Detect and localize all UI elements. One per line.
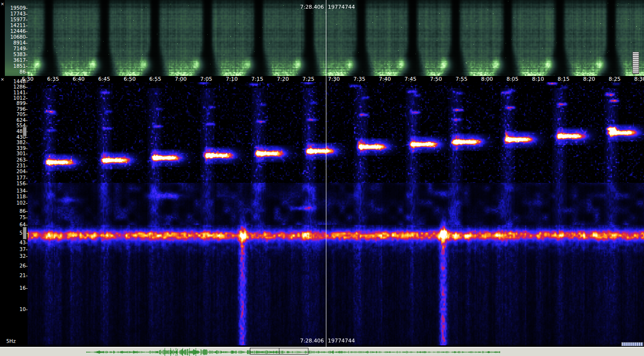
freq-label-top: 19509: [5, 5, 26, 11]
freq-label-top: 12446: [5, 29, 26, 34]
freq-tick: [26, 310, 28, 310]
freq-tick: [26, 211, 28, 212]
freq-tick: [26, 43, 28, 44]
freq-label-top: 14211: [5, 23, 26, 28]
freq-label-main: 339: [5, 146, 26, 151]
frequency-scale-main[interactable]: 5Hz 144812861141101289979670562455448943…: [5, 82, 28, 347]
freq-tick: [26, 37, 28, 38]
freq-tick: [26, 87, 28, 88]
overview-strip[interactable]: [0, 347, 644, 356]
freq-tick: [26, 126, 28, 126]
freq-unit-label: 5Hz: [6, 339, 15, 344]
freq-label-top: 3617: [5, 58, 26, 63]
playback-cursor-line: [326, 0, 326, 347]
freq-label-main: 10: [5, 307, 26, 312]
freq-label-main: 1012: [5, 95, 26, 101]
freq-label-main: 204: [5, 169, 26, 174]
freq-tick: [26, 256, 28, 257]
freq-tick: [26, 266, 28, 267]
freq-tick: [26, 60, 28, 61]
time-ruler[interactable]: 6:306:356:406:456:506:557:007:057:107:15…: [5, 76, 644, 82]
freq-tick: [26, 160, 28, 161]
freq-label-main: 26: [5, 263, 26, 268]
freq-label-main: 231: [5, 163, 26, 168]
freq-tick: [26, 276, 28, 276]
pane-main-spectrogram: 5Hz 144812861141101289979670562455448943…: [5, 82, 644, 347]
close-pane-top-button[interactable]: ×: [0, 1, 5, 6]
horizontal-zoom-thumbwheel[interactable]: [621, 342, 644, 346]
spectrogram-canvas-main[interactable]: [28, 82, 644, 347]
freq-tick: [26, 49, 28, 49]
freq-tick: [26, 26, 28, 26]
freq-tick: [26, 250, 28, 250]
freq-label-main: 382: [5, 140, 26, 145]
freq-tick: [26, 148, 28, 149]
freq-label-main: 16: [5, 285, 26, 291]
freq-label-top: 1851: [5, 63, 26, 69]
freq-label-top: 5383: [5, 52, 26, 57]
spectrogram-canvas-top[interactable]: [28, 0, 644, 76]
freq-label-main: 64: [5, 222, 26, 227]
freq-label-main: 705: [5, 112, 26, 117]
time-label: 8:30: [629, 76, 644, 82]
freq-label-top: 10680: [5, 34, 26, 40]
freq-tick: [26, 178, 28, 178]
freq-label-top: 15977: [5, 17, 26, 22]
cursor-time-bottom: 7:28.406: [276, 338, 324, 344]
freq-label-main: 899: [5, 101, 26, 106]
freq-label-main: 75: [5, 215, 26, 220]
freq-tick: [26, 172, 28, 172]
freq-label-main: 21: [5, 273, 26, 278]
freq-label-main: 301: [5, 151, 26, 156]
freq-label-main: 118: [5, 194, 26, 199]
vertical-zoom-thumbwheel[interactable]: [632, 52, 639, 74]
freq-tick: [26, 55, 28, 55]
time-ruler-labels: 6:306:356:406:456:506:557:007:057:107:15…: [22, 76, 644, 82]
freq-tick: [26, 184, 28, 184]
cursor-time-top: 7:28.406: [276, 4, 324, 10]
freq-label-main: 1448: [5, 79, 26, 84]
close-pane-main-button[interactable]: ×: [0, 76, 5, 82]
freq-tick: [26, 166, 28, 166]
freq-label-main: 1141: [5, 90, 26, 95]
freq-label-main: 102: [5, 200, 26, 206]
freq-label-main: 624: [5, 118, 26, 123]
pane-gutter: [0, 0, 5, 347]
freq-label-top: 17743: [5, 11, 26, 16]
freq-tick: [26, 288, 28, 289]
scale-range-marker[interactable]: [23, 127, 27, 136]
freq-label-main: 134: [5, 188, 26, 193]
freq-tick: [26, 137, 28, 138]
freq-tick: [26, 66, 28, 67]
freq-tick: [26, 191, 28, 192]
freq-tick: [26, 98, 28, 99]
freq-tick: [26, 143, 28, 143]
freq-tick: [26, 203, 28, 204]
freq-tick: [26, 72, 28, 73]
freq-label-top: 7149: [5, 46, 26, 51]
freq-tick: [26, 31, 28, 32]
freq-tick: [26, 115, 28, 115]
freq-tick: [26, 8, 28, 9]
scale-range-marker[interactable]: [23, 227, 27, 239]
freq-tick: [26, 104, 28, 104]
freq-tick: [26, 243, 28, 243]
freq-tick: [26, 120, 28, 121]
freq-tick: [26, 14, 28, 15]
pane-top-spectrogram: 1950917743159771421112446106808914714953…: [5, 0, 644, 76]
freq-label-main: 177: [5, 175, 26, 180]
freq-tick: [26, 218, 28, 218]
overview-waveform-canvas[interactable]: [0, 347, 644, 356]
freq-tick: [26, 154, 28, 154]
freq-label-top: 86: [5, 69, 26, 74]
freq-label-main: 263: [5, 157, 26, 163]
freq-tick: [26, 109, 28, 110]
freq-label-main: 37: [5, 247, 26, 252]
frequency-scale-top[interactable]: 1950917743159771421112446106808914714953…: [5, 0, 28, 76]
freq-label-main: 156: [5, 181, 26, 186]
freq-tick: [26, 82, 28, 82]
freq-label-main: 32: [5, 253, 26, 259]
cursor-frame-bottom: 19774744: [328, 338, 355, 344]
freq-tick: [26, 225, 28, 225]
cursor-frame-top: 19774744: [328, 4, 355, 10]
